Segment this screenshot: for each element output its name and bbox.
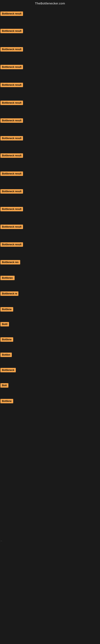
bottleneck-label: Bottleneck result [0, 136, 23, 140]
bottleneck-item-22: Bottleneck [0, 368, 16, 373]
bottleneck-item-24: Bottlene [0, 399, 13, 404]
bottleneck-label: Bottlen [0, 352, 12, 357]
bottleneck-label: Bottlenec [0, 276, 15, 280]
bottleneck-item-21: Bottlen [0, 352, 12, 358]
bottleneck-item-5: Bottleneck result [0, 83, 23, 88]
bottleneck-item-16: Bottlenec [0, 276, 15, 281]
bottleneck-label: Bottleneck result [0, 65, 23, 69]
bottleneck-label: Bottleneck result [0, 29, 23, 33]
bottleneck-label: Bott [0, 383, 8, 388]
bottleneck-label: Bottleneck result [0, 224, 23, 229]
bottleneck-item-18: Bottlene [0, 307, 13, 312]
bottleneck-item-20: Bottlene [0, 337, 13, 342]
bottleneck-item-23: Bott [0, 383, 8, 388]
bottleneck-label: Bottleneck result [0, 100, 23, 105]
bottleneck-item-8: Bottleneck result [0, 136, 23, 141]
bottleneck-item-4: Bottleneck result [0, 65, 23, 70]
bottleneck-item-12: Bottleneck result [0, 207, 23, 212]
bottleneck-label: Bottleneck result [0, 172, 23, 176]
bottleneck-label: Bottl [0, 322, 9, 326]
bottleneck-item-10: Bottleneck result [0, 172, 23, 177]
bottleneck-item-6: Bottleneck result [0, 100, 23, 106]
bottleneck-item-15: Bottleneck res [0, 260, 20, 265]
bottleneck-label: Bottleneck result [0, 12, 23, 16]
bottleneck-item-1: Bottleneck result [0, 12, 23, 17]
bottleneck-item-14: Bottleneck result [0, 242, 23, 248]
bottleneck-item-19: Bottl [0, 322, 9, 327]
site-title-text: TheBottlenecker.com [35, 2, 65, 5]
bottleneck-label: Bottleneck result [0, 83, 23, 87]
site-title: TheBottlenecker.com [0, 0, 100, 8]
bottleneck-item-3: Bottleneck result [0, 47, 23, 52]
bottleneck-label: Bottleneck result [0, 47, 23, 52]
bottleneck-item-2: Bottleneck result [0, 29, 23, 34]
bottleneck-label: Bottleneck result [0, 242, 23, 247]
bottleneck-item-7: Bottleneck result [0, 118, 23, 124]
bottleneck-label: Bottleneck result [0, 189, 23, 194]
bottleneck-label: Bottleneck result [0, 207, 23, 211]
bottleneck-label: Bottleneck result [0, 153, 23, 158]
bottleneck-label: Bottlene [0, 337, 13, 342]
bottleneck-item-13: Bottleneck result [0, 224, 23, 230]
bottleneck-item-11: Bottleneck result [0, 189, 23, 194]
bottleneck-item-17: Bottleneck re [0, 292, 18, 297]
bottleneck-label: Bottleneck result [0, 118, 23, 123]
bottleneck-label: Bottleneck re [0, 292, 18, 296]
bottleneck-label: Bottlene [0, 399, 13, 403]
bottleneck-label: Bottlene [0, 307, 13, 312]
dot-indicator: ... [0, 539, 2, 542]
bottleneck-label: Bottleneck res [0, 260, 20, 264]
bottleneck-item-9: Bottleneck result [0, 153, 23, 158]
bottleneck-label: Bottleneck [0, 368, 16, 372]
